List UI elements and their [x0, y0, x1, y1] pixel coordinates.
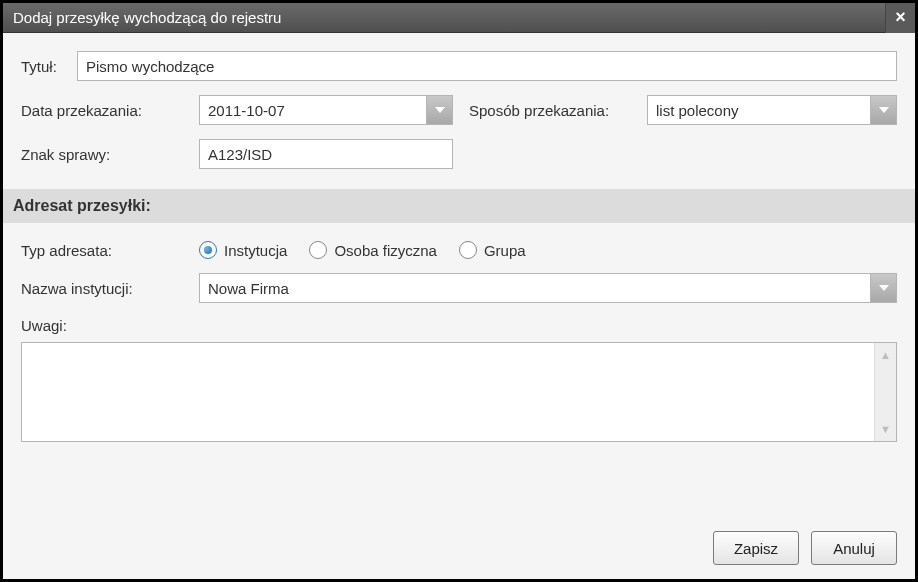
sposob-przekazania-combo[interactable]: list polecony — [647, 95, 897, 125]
close-icon: × — [895, 7, 906, 28]
svg-marker-0 — [435, 107, 445, 113]
nazwa-instytucji-value: Nowa Firma — [200, 274, 870, 302]
label-data-przekazania: Data przekazania: — [21, 102, 199, 119]
dialog-content: Tytuł: Data przekazania: 2011-10-07 Spos… — [3, 33, 915, 579]
dialog-window: Dodaj przesyłkę wychodzącą do rejestru ×… — [0, 0, 918, 582]
label-nazwa-instytucji: Nazwa instytucji: — [21, 280, 199, 297]
anuluj-button[interactable]: Anuluj — [811, 531, 897, 565]
data-przekazania-dropdown-button[interactable] — [426, 96, 452, 124]
uwagi-textarea[interactable] — [22, 343, 874, 441]
sposob-przekazania-dropdown-button[interactable] — [870, 96, 896, 124]
radio-icon — [459, 241, 477, 259]
chevron-down-icon — [879, 285, 889, 291]
svg-marker-2 — [879, 285, 889, 291]
label-uwagi: Uwagi: — [21, 317, 67, 334]
radio-label-osoba: Osoba fizyczna — [334, 242, 437, 259]
data-przekazania-combo[interactable]: 2011-10-07 — [199, 95, 453, 125]
section-adresat-header: Adresat przesyłki: — [3, 189, 915, 223]
close-button[interactable]: × — [885, 3, 915, 33]
scroll-up-icon: ▲ — [880, 349, 891, 361]
radio-osoba-fizyczna[interactable]: Osoba fizyczna — [309, 241, 437, 259]
label-typ-adresata: Typ adresata: — [21, 242, 199, 259]
zapisz-button[interactable]: Zapisz — [713, 531, 799, 565]
label-znak-sprawy: Znak sprawy: — [21, 146, 199, 163]
data-przekazania-value: 2011-10-07 — [200, 96, 426, 124]
row-tytul: Tytuł: — [21, 51, 897, 81]
radio-icon — [199, 241, 217, 259]
nazwa-instytucji-dropdown-button[interactable] — [870, 274, 896, 302]
radio-label-instytucja: Instytucja — [224, 242, 287, 259]
row-typ-adresata: Typ adresata: Instytucja Osoba fizyczna … — [21, 241, 897, 259]
uwagi-block: Uwagi: ▲ ▼ — [21, 317, 897, 442]
radio-instytucja[interactable]: Instytucja — [199, 241, 287, 259]
label-tytul: Tytuł: — [21, 58, 77, 75]
radio-icon — [309, 241, 327, 259]
uwagi-textarea-wrap: ▲ ▼ — [21, 342, 897, 442]
row-nazwa-instytucji: Nazwa instytucji: Nowa Firma — [21, 273, 897, 303]
button-bar: Zapisz Anuluj — [21, 515, 897, 565]
chevron-down-icon — [879, 107, 889, 113]
uwagi-scrollbar[interactable]: ▲ ▼ — [874, 343, 896, 441]
scroll-down-icon: ▼ — [880, 423, 891, 435]
nazwa-instytucji-combo[interactable]: Nowa Firma — [199, 273, 897, 303]
radio-label-grupa: Grupa — [484, 242, 526, 259]
svg-marker-1 — [879, 107, 889, 113]
chevron-down-icon — [435, 107, 445, 113]
row-data-sposob: Data przekazania: 2011-10-07 Sposób prze… — [21, 95, 897, 125]
tytul-input[interactable] — [77, 51, 897, 81]
znak-sprawy-input[interactable] — [199, 139, 453, 169]
typ-adresata-radios: Instytucja Osoba fizyczna Grupa — [199, 241, 526, 259]
window-title: Dodaj przesyłkę wychodzącą do rejestru — [13, 9, 281, 26]
sposob-przekazania-value: list polecony — [648, 96, 870, 124]
row-znak-sprawy: Znak sprawy: — [21, 139, 897, 169]
radio-grupa[interactable]: Grupa — [459, 241, 526, 259]
label-sposob-przekazania: Sposób przekazania: — [469, 102, 647, 119]
titlebar: Dodaj przesyłkę wychodzącą do rejestru × — [3, 3, 915, 33]
